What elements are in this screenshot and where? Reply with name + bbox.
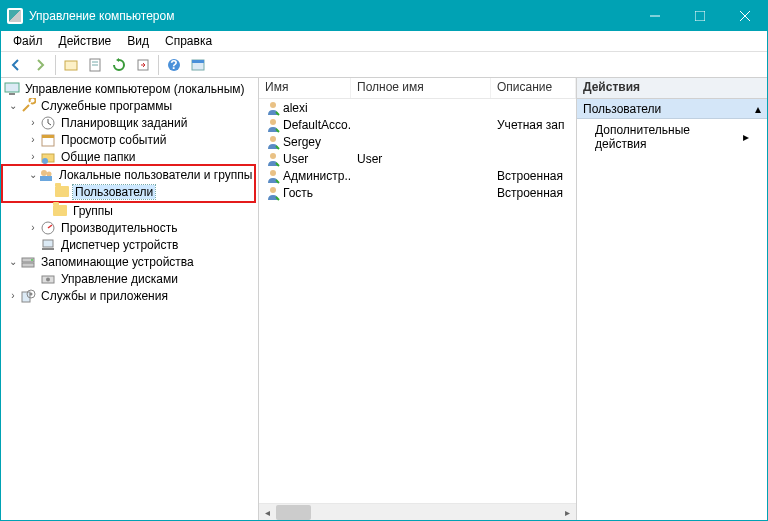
tree-label: Производительность xyxy=(59,221,179,235)
tree-services-apps[interactable]: › Службы и приложения xyxy=(1,287,258,304)
list-body[interactable]: alexiDefaultAcco...Учетная запSergeyUser… xyxy=(259,99,576,503)
column-description[interactable]: Описание xyxy=(491,78,576,98)
tree-disk-management[interactable]: Управление дисками xyxy=(1,270,258,287)
expand-icon[interactable]: › xyxy=(27,117,39,128)
scroll-right-icon[interactable]: ▸ xyxy=(559,504,576,521)
tree-service-programs[interactable]: ⌄ Служебные программы xyxy=(1,97,258,114)
svg-rect-1 xyxy=(695,11,705,21)
svg-point-21 xyxy=(47,171,52,176)
back-button[interactable] xyxy=(5,54,27,76)
collapse-icon[interactable]: ⌄ xyxy=(7,256,19,267)
disk-icon xyxy=(40,271,56,287)
horizontal-scrollbar[interactable]: ◂ ▸ xyxy=(259,503,576,520)
user-description: Встроенная xyxy=(491,169,576,183)
tree-event-viewer[interactable]: › Просмотр событий xyxy=(1,131,258,148)
tree-device-manager[interactable]: Диспетчер устройств xyxy=(1,236,258,253)
menu-view[interactable]: Вид xyxy=(119,32,157,50)
svg-point-34 xyxy=(270,102,276,108)
svg-point-36 xyxy=(270,136,276,142)
user-description: Учетная зап xyxy=(491,118,576,132)
svg-point-39 xyxy=(270,187,276,193)
chevron-up-icon: ▴ xyxy=(755,102,761,116)
collapse-icon[interactable]: ⌄ xyxy=(7,100,19,111)
storage-icon xyxy=(20,254,36,270)
svg-rect-22 xyxy=(40,176,52,181)
menu-action[interactable]: Действие xyxy=(51,32,120,50)
user-name: Sergey xyxy=(283,135,321,149)
extra-button[interactable] xyxy=(187,54,209,76)
titlebar: Управление компьютером xyxy=(1,1,767,31)
scroll-thumb[interactable] xyxy=(276,505,311,520)
actions-pane: Действия Пользователи ▴ Дополнительные д… xyxy=(577,78,767,520)
export-button[interactable] xyxy=(132,54,154,76)
svg-rect-17 xyxy=(42,135,54,138)
menubar: Файл Действие Вид Справка xyxy=(1,31,767,52)
tree-performance[interactable]: › Производительность xyxy=(1,219,258,236)
scroll-track[interactable] xyxy=(276,504,559,521)
close-button[interactable] xyxy=(722,1,767,31)
help-button[interactable]: ? xyxy=(163,54,185,76)
tree-groups[interactable]: Группы xyxy=(1,202,258,219)
refresh-button[interactable] xyxy=(108,54,130,76)
actions-section-users[interactable]: Пользователи ▴ xyxy=(577,99,767,119)
tree-task-scheduler[interactable]: › Планировщик заданий xyxy=(1,114,258,131)
expand-icon[interactable]: › xyxy=(27,222,39,233)
expand-icon[interactable]: › xyxy=(27,134,39,145)
tree-storage[interactable]: ⌄ Запоминающие устройства xyxy=(1,253,258,270)
user-icon xyxy=(265,185,281,201)
tree-users[interactable]: Пользователи xyxy=(3,183,254,200)
tree-shared-folders[interactable]: › Общие папки xyxy=(1,148,258,165)
svg-rect-13 xyxy=(5,83,19,92)
tree-label: Служебные программы xyxy=(39,99,174,113)
user-name: alexi xyxy=(283,101,308,115)
actions-section-label: Пользователи xyxy=(583,102,661,116)
user-icon xyxy=(265,117,281,133)
svg-rect-4 xyxy=(65,61,77,70)
forward-button[interactable] xyxy=(29,54,51,76)
user-description: Встроенная xyxy=(491,186,576,200)
window-controls xyxy=(632,1,767,31)
menu-file[interactable]: Файл xyxy=(5,32,51,50)
menu-help[interactable]: Справка xyxy=(157,32,220,50)
list-row[interactable]: ГостьВстроенная xyxy=(259,184,576,201)
svg-rect-24 xyxy=(43,240,53,247)
tree-label: Службы и приложения xyxy=(39,289,170,303)
svg-point-20 xyxy=(41,170,47,176)
user-name: DefaultAcco... xyxy=(283,118,351,132)
list-header: Имя Полное имя Описание xyxy=(259,78,576,99)
app-icon xyxy=(7,8,23,24)
svg-point-28 xyxy=(31,259,33,261)
list-pane: Имя Полное имя Описание alexiDefaultAcco… xyxy=(259,78,577,520)
tree-label: Планировщик заданий xyxy=(59,116,189,130)
properties-button[interactable] xyxy=(84,54,106,76)
up-button[interactable] xyxy=(60,54,82,76)
tree-pane[interactable]: Управление компьютером (локальным) ⌄ Слу… xyxy=(1,78,259,520)
column-fullname[interactable]: Полное имя xyxy=(351,78,491,98)
chevron-right-icon: ▸ xyxy=(743,130,749,144)
content-area: Управление компьютером (локальным) ⌄ Слу… xyxy=(1,78,767,520)
list-row[interactable]: DefaultAcco...Учетная зап xyxy=(259,116,576,133)
svg-rect-14 xyxy=(9,93,15,95)
user-name: User xyxy=(283,152,308,166)
minimize-button[interactable] xyxy=(632,1,677,31)
tree-local-users-groups[interactable]: ⌄ Локальные пользователи и группы xyxy=(3,166,254,183)
list-row[interactable]: alexi xyxy=(259,99,576,116)
user-fullname: User xyxy=(351,152,491,166)
collapse-icon[interactable]: ⌄ xyxy=(29,169,37,180)
tree-label: Пользователи xyxy=(73,185,155,199)
scroll-left-icon[interactable]: ◂ xyxy=(259,504,276,521)
actions-more-link[interactable]: Дополнительные действия ▸ xyxy=(577,119,767,155)
maximize-button[interactable] xyxy=(677,1,722,31)
column-name[interactable]: Имя xyxy=(259,78,351,98)
tree-label: Общие папки xyxy=(59,150,137,164)
tree-root[interactable]: Управление компьютером (локальным) xyxy=(1,80,258,97)
tree-label: Управление компьютером (локальным) xyxy=(23,82,247,96)
list-row[interactable]: Sergey xyxy=(259,133,576,150)
toolbar-separator xyxy=(158,55,159,75)
list-row[interactable]: Администр...Встроенная xyxy=(259,167,576,184)
folder-icon xyxy=(52,203,68,219)
list-row[interactable]: UserUser xyxy=(259,150,576,167)
expand-icon[interactable]: › xyxy=(27,151,39,162)
expand-icon[interactable]: › xyxy=(7,290,19,301)
services-icon xyxy=(20,288,36,304)
